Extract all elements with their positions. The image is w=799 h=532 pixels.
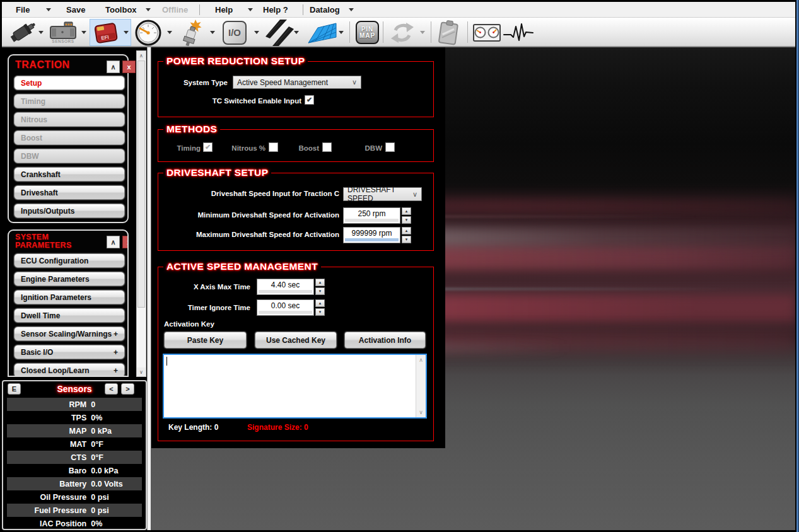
chevron-down-icon[interactable] [46,8,51,11]
sidebar-scrollbar[interactable]: ∧ ∨ [136,50,146,377]
expand-plus-icon[interactable]: + [114,330,118,338]
sidebar-item-label: Nitrous [21,115,47,124]
sensors-module-icon[interactable]: SENSORS [49,19,78,46]
sensor-row-map: MAP0 kPa [7,424,142,437]
sidebar-item-label: Dwell Time [21,311,60,320]
sidebar-splitter[interactable] [147,47,151,530]
chevron-down-icon[interactable] [124,31,129,34]
menu-datalog[interactable]: Datalog [310,2,340,18]
x-axis-max-time-input[interactable]: 4.40 sec [257,279,314,295]
chevron-down-icon[interactable] [167,31,172,34]
pin-map-label-2: MAP [359,33,375,39]
scroll-up-icon[interactable]: ∧ [416,356,426,364]
pin-map-icon[interactable]: PIN MAP [355,19,380,46]
x-axis-max-time-value: 4.40 sec [271,280,300,289]
collapse-panel-button[interactable]: ∧ [107,236,120,248]
sidebar-item-dwell-time[interactable]: Dwell Time [14,308,125,323]
spin-down-button[interactable]: ▼ [315,287,325,295]
chevron-down-icon[interactable] [294,31,299,34]
chevron-down-icon[interactable] [81,31,86,34]
sidebar-item-basic-io[interactable]: Basic I/O+ [14,345,125,359]
chevron-down-icon[interactable] [38,31,44,34]
sidebar-item-sensor-scaling-warnings[interactable]: Sensor Scaling/Warnings+ [14,327,125,341]
use-cached-key-button[interactable]: Use Cached Key [255,332,337,349]
scrollbar-thumb[interactable] [137,61,145,308]
chevron-down-icon[interactable] [210,31,215,34]
sensor-row-battery: Battery0.0 Volts [7,477,142,490]
sidebar-item-closed-loop-learn[interactable]: Closed Loop/Learn+ [14,363,125,377]
expand-plus-icon[interactable]: + [114,366,118,375]
menu-file[interactable]: File [16,2,30,18]
sensor-row-mat: MAT0°F [7,437,142,451]
chevron-down-icon[interactable] [146,8,151,11]
activation-key-label: Activation Key [164,320,214,328]
method-nitrous-checkbox[interactable]: ✔ [269,142,278,152]
x-axis-max-time-spinner: 4.40 sec ▲ ▼ [257,279,325,295]
sidebar-item-ecu-configuration[interactable]: ECU Configuration [14,253,125,268]
spin-down-button[interactable]: ▼ [315,308,325,316]
menu-help[interactable]: Help [215,2,233,18]
menu-help-question[interactable]: Help ? [263,2,288,18]
gauge-icon[interactable] [134,19,163,46]
pulse-icon[interactable] [503,19,534,46]
x-axis-max-time-label: X Axis Max Time [158,283,250,291]
scroll-up-icon[interactable]: ∧ [137,51,146,60]
sidebar-item-engine-parameters[interactable]: Engine Parameters [14,272,125,286]
sidebar-item-driveshaft[interactable]: Driveshaft [14,185,125,200]
injector-icon[interactable] [8,19,38,46]
scroll-down-icon[interactable]: ∨ [416,408,426,417]
spin-up-button[interactable]: ▲ [315,279,325,286]
method-dbw-checkbox[interactable]: ✔ [385,142,395,152]
timer-ignore-time-input[interactable]: 0.00 sec [257,299,314,316]
spin-up-button[interactable]: ▲ [315,299,325,307]
menu-toolbox[interactable]: Toolbox [105,2,137,18]
dual-gauges-icon[interactable] [472,19,501,46]
sidebar-item-setup[interactable]: Setup [14,76,125,90]
sensors-next-page-button[interactable]: > [121,383,134,395]
chevron-down-icon[interactable] [248,8,253,11]
spark-plug-icon[interactable] [178,19,204,46]
activation-info-button[interactable]: Activation Info [344,332,426,349]
surface-map-icon[interactable] [307,19,337,46]
system-parameters-panel: SYSTEM PARAMETERS ∧ x ECU Configuration … [8,229,129,377]
spin-down-button[interactable]: ▼ [402,236,411,243]
menu-offline: Offline [162,2,188,18]
textarea-scrollbar[interactable]: ∧ ∨ [416,355,426,417]
expand-plus-icon[interactable]: + [114,348,118,357]
sidebar-item-label: Boost [21,134,42,142]
collapse-panel-button[interactable]: ∧ [107,61,120,73]
menu-bar: File Save Toolbox Offline Help Help ? Da… [2,2,795,18]
chevron-down-icon[interactable] [349,8,354,11]
method-timing-checkbox[interactable]: ✔ [203,142,213,152]
tire-stripe-icon[interactable] [265,19,294,46]
sidebar-item-ignition-parameters[interactable]: Ignition Parameters [14,290,125,304]
chevron-down-icon[interactable] [339,31,344,34]
paste-key-button[interactable]: Paste Key [164,332,247,349]
efi-tuning-app-window: File Save Toolbox Offline Help Help ? Da… [0,0,799,532]
method-boost-checkbox[interactable]: ✔ [322,142,332,152]
section-title: DRIVESHAFT SETUP [163,167,271,178]
activation-key-textarea[interactable]: ∧ ∨ [163,354,427,419]
driveshaft-input-dropdown[interactable]: DRIVESHAFT SPEED ∨ [343,187,422,201]
spin-up-button[interactable]: ▲ [402,227,411,234]
max-driveshaft-speed-input[interactable]: 999999 rpm [343,227,400,243]
chevron-down-icon[interactable] [254,31,259,34]
system-type-dropdown[interactable]: Active Speed Management ∨ [233,76,361,89]
sidebar-item-inputs-outputs[interactable]: Inputs/Outputs [14,204,125,218]
spin-down-button[interactable]: ▼ [402,216,411,224]
spin-up-button[interactable]: ▲ [402,207,411,215]
sensors-panel-header: E Sensors < > [3,381,146,397]
tc-switched-enable-checkbox[interactable]: ✔ [305,95,314,105]
efi-ecu-icon[interactable]: EFI [92,19,120,46]
io-icon[interactable]: I/O [222,19,247,46]
min-driveshaft-speed-input[interactable]: 250 rpm [343,207,400,224]
sidebar-item-crankshaft[interactable]: Crankshaft [14,167,125,182]
sensors-prev-page-button[interactable]: < [105,383,118,395]
toolbar-divider [349,21,350,43]
chevron-down-icon: ∨ [352,79,357,86]
close-panel-button[interactable]: x [122,236,129,248]
text-cursor [166,357,167,366]
menu-save[interactable]: Save [66,2,85,18]
scroll-down-icon[interactable]: ∨ [137,367,146,376]
close-panel-button[interactable]: x [122,61,136,73]
